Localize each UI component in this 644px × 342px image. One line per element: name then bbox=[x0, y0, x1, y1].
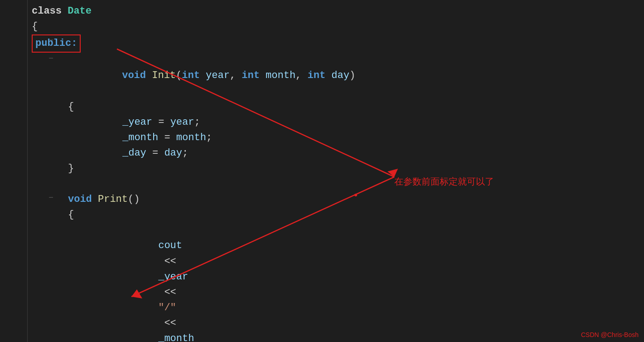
open-brace-1: { bbox=[32, 19, 38, 34]
code-line-7: _month = month; bbox=[32, 130, 644, 146]
cout-keyword: cout bbox=[158, 240, 182, 251]
func-init: Init bbox=[152, 70, 176, 81]
line-number-4: − bbox=[32, 53, 59, 65]
line-number-3: − bbox=[32, 34, 59, 47]
code-line-2: { bbox=[32, 19, 644, 34]
code-line-12: { bbox=[32, 207, 644, 223]
var-day: _day bbox=[122, 147, 146, 159]
code-line-3: − public: bbox=[32, 34, 644, 53]
watermark-text: CSDN @Chris-Bosh bbox=[581, 331, 639, 338]
code-line-11: − void Print() bbox=[32, 192, 644, 207]
paren-close-1: ) bbox=[349, 70, 355, 81]
int-1: int bbox=[182, 70, 200, 81]
ref-year: year bbox=[170, 117, 194, 128]
str-slash-1: "/" bbox=[158, 302, 176, 313]
code-line-6: _year = year; bbox=[32, 115, 644, 130]
param-year: year bbox=[206, 70, 230, 81]
chinese-annotation: 在参数前面标定就可以了 bbox=[394, 176, 494, 188]
line-number-1: − bbox=[32, 4, 59, 16]
code-editor: − class Date { − public: − void Init(int… bbox=[0, 0, 644, 342]
var-year: _year bbox=[122, 117, 152, 128]
int-2: int bbox=[242, 70, 260, 81]
code-line-5: { bbox=[32, 99, 644, 115]
int-3: int bbox=[308, 70, 326, 81]
code-line-8: _day = day; bbox=[32, 146, 644, 161]
paren-open-1: ( bbox=[176, 70, 182, 81]
cout-month: _month bbox=[158, 333, 194, 342]
line-number-11: − bbox=[32, 192, 59, 205]
cout-year: _year bbox=[158, 271, 188, 283]
keyword-void-1: void bbox=[122, 70, 152, 81]
code-line-10 bbox=[32, 176, 644, 192]
code-line-4: − void Init(int year, int month, int day… bbox=[32, 53, 644, 99]
param-day: day bbox=[331, 70, 349, 81]
classname-date: Date bbox=[68, 4, 92, 19]
space-1 bbox=[200, 70, 206, 81]
ref-day: day bbox=[164, 147, 182, 159]
keyword-void-2: void bbox=[68, 194, 98, 205]
open-brace-2: { bbox=[68, 101, 74, 112]
var-month: _month bbox=[122, 132, 158, 143]
ref-month: month bbox=[176, 132, 206, 143]
code-line-13: cout << _year << "/" << _month << "/" <<… bbox=[32, 223, 644, 342]
open-brace-3: { bbox=[68, 209, 74, 220]
param-month: month bbox=[266, 70, 295, 81]
code-line-1: − class Date bbox=[32, 4, 644, 19]
close-brace-2: } bbox=[68, 163, 74, 174]
code-line-9: } bbox=[32, 161, 644, 176]
func-print: Print bbox=[98, 194, 128, 205]
